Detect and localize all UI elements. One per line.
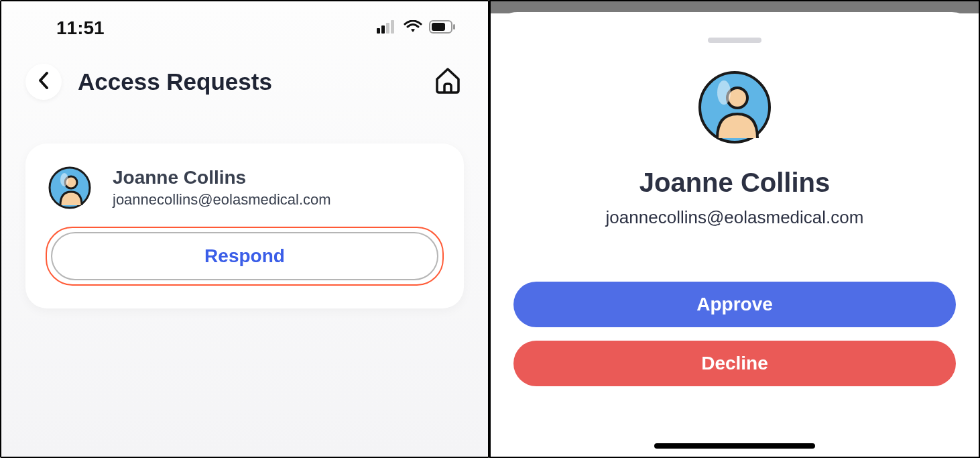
decline-button[interactable]: Decline	[513, 341, 956, 386]
sheet-name: Joanne Collins	[639, 168, 831, 198]
bottom-sheet: Joanne Collins joannecollins@eolasmedica…	[491, 12, 979, 457]
home-button[interactable]	[432, 66, 464, 98]
person-avatar-icon	[694, 67, 775, 148]
sheet-email: joannecollins@eolasmedical.com	[606, 207, 864, 228]
status-bar: 11:51	[1, 1, 488, 55]
svg-rect-1	[381, 25, 385, 34]
chevron-left-icon	[38, 71, 50, 93]
wifi-icon	[404, 20, 422, 36]
svg-rect-0	[377, 28, 380, 34]
page-title: Access Requests	[78, 68, 416, 95]
svg-point-9	[60, 173, 68, 186]
nav-header: Access Requests	[1, 55, 488, 109]
svg-point-12	[717, 80, 731, 105]
respond-highlight: Respond	[46, 227, 444, 286]
approve-button[interactable]: Approve	[513, 282, 956, 327]
battery-icon	[429, 20, 456, 36]
access-requests-screen: 11:51	[0, 0, 489, 458]
status-indicators	[377, 20, 456, 36]
svg-rect-6	[453, 24, 455, 30]
svg-rect-2	[386, 23, 389, 34]
status-time: 11:51	[56, 17, 105, 39]
request-info: Joanne Collins joannecollins@eolasmedica…	[113, 167, 331, 209]
request-name: Joanne Collins	[113, 167, 331, 188]
respond-sheet-screen: Joanne Collins joannecollins@eolasmedica…	[489, 0, 980, 458]
svg-rect-5	[432, 23, 445, 31]
request-row: Joanne Collins joannecollins@eolasmedica…	[46, 164, 444, 212]
back-button[interactable]	[25, 64, 62, 100]
person-avatar-icon	[46, 164, 94, 212]
home-indicator[interactable]	[654, 443, 815, 449]
sheet-handle[interactable]	[708, 38, 761, 43]
request-email: joannecollins@eolasmedical.com	[113, 191, 331, 209]
svg-rect-3	[391, 20, 394, 34]
home-icon	[433, 66, 463, 98]
request-card: Joanne Collins joannecollins@eolasmedica…	[25, 144, 464, 308]
respond-button[interactable]: Respond	[51, 232, 438, 280]
signal-icon	[377, 20, 397, 36]
